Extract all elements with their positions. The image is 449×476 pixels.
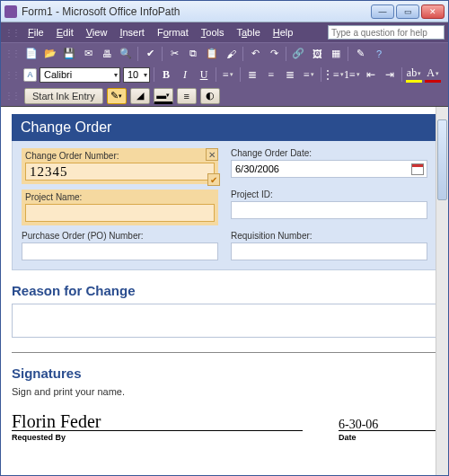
align-right-icon[interactable]: ≣ [282,66,298,83]
standard-toolbar: ⋮⋮ 📄 📂 💾 ✉ 🖶 🔍 ✔ ✂ ⧉ 📋 🖌 ↶ ↷ 🔗 🖼 ▦ ✎ ? [1,42,448,64]
calendar-icon[interactable] [411,163,424,175]
requested-by-label: Requested By [12,433,303,442]
outdent-button[interactable]: ⇤ [363,66,379,83]
menu-insert[interactable]: Insert [114,25,150,40]
grip-icon: ⋮⋮ [4,70,19,80]
grip-icon: ⋮⋮ [4,91,19,101]
bullets-button[interactable]: ⋮≡ [325,66,341,83]
menu-format[interactable]: Format [152,25,194,40]
app-window: Form1 - Microsoft Office InfoPath — ▭ ✕ … [0,0,449,476]
style-icon[interactable]: A [23,68,37,82]
highlight-button[interactable]: ab [406,66,422,83]
document-area: Change Order ✕ Change Order Number: 1234… [1,107,448,475]
approved-by-signature[interactable] [12,462,303,475]
help-icon[interactable]: ? [371,46,387,62]
font-name-select[interactable]: Calibri [40,67,120,83]
menu-tools[interactable]: Tools [196,25,230,40]
ink-color-icon[interactable]: ▬▾ [154,88,173,104]
vertical-scrollbar[interactable] [436,107,448,475]
font-size-select[interactable]: 10 [123,67,150,83]
close-icon[interactable]: ✕ [206,148,218,161]
align-left-button[interactable]: ≡ [220,66,236,83]
ink-clear-icon[interactable]: ◐ [200,88,220,104]
numbering-button[interactable]: 1≡ [344,66,360,83]
menu-table[interactable]: Table [231,25,265,40]
bold-button[interactable]: B [158,66,174,83]
menu-bar: ⋮⋮ File Edit View Insert Format Tools Ta… [1,22,448,42]
order-num-label: Change Order Number: [25,151,215,161]
insert-picture-icon[interactable]: 🖼 [309,46,325,62]
paste-icon[interactable]: 📋 [204,46,220,62]
underline-button[interactable]: U [196,66,212,83]
date-input[interactable]: 6/30/2006 [231,160,427,178]
form-header-fields: ✕ Change Order Number: 12345 ✔ Change Or… [12,141,437,270]
divider [12,352,437,353]
order-num-input[interactable]: 12345 [25,163,215,181]
help-input[interactable] [328,25,445,40]
start-ink-button[interactable]: Start Ink Entry [24,88,103,104]
print-icon[interactable]: 🖶 [99,46,115,62]
align-center-icon[interactable]: ≡ [263,66,279,83]
save-icon[interactable]: 💾 [61,46,77,62]
menu-edit[interactable]: Edit [51,25,79,40]
menu-help[interactable]: Help [268,25,299,40]
line-spacing-button[interactable]: ≡ [301,66,317,83]
req-label: Requisition Number: [231,231,427,241]
po-number-field: Purchase Order (PO) Number: [22,231,218,260]
ink-width-icon[interactable]: ≡ [177,88,197,104]
ink-toolbar: ⋮⋮ Start Ink Entry ✎▾ ◢ ▬▾ ≡ ◐ [1,85,448,107]
pen-tool-icon[interactable]: ✎▾ [107,88,127,104]
open-icon[interactable]: 📂 [42,46,58,62]
req-input[interactable] [231,242,427,260]
project-name-field: Project Name: [22,190,218,225]
align-left-icon[interactable]: ≣ [244,66,260,83]
undo-icon[interactable]: ↶ [247,46,263,62]
signatures-title: Signatures [12,366,437,381]
title-bar: Form1 - Microsoft Office InfoPath — ▭ ✕ [1,1,448,22]
font-color-button[interactable]: A [425,66,441,83]
new-icon[interactable]: 📄 [23,46,40,62]
insert-table-icon[interactable]: ▦ [328,46,344,62]
window-title: Form1 - Microsoft Office InfoPath [22,5,371,18]
preview-icon[interactable]: 🔍 [118,46,134,62]
requested-date-signature[interactable]: 6-30-06 [339,410,437,431]
requested-date-label: Date [339,433,437,442]
menu-view[interactable]: View [81,25,113,40]
cut-icon[interactable]: ✂ [166,46,182,62]
help-search[interactable] [328,25,445,40]
po-input[interactable] [22,242,218,260]
project-name-input[interactable] [25,204,215,222]
project-id-label: Project ID: [231,190,427,199]
format-painter-icon[interactable]: 🖌 [223,46,239,62]
italic-button[interactable]: I [177,66,193,83]
reason-title: Reason for Change [12,283,437,298]
eraser-tool-icon[interactable]: ◢ [130,88,150,104]
design-icon[interactable]: ✎ [352,46,368,62]
insert-link-icon[interactable]: 🔗 [290,46,306,62]
redo-icon[interactable]: ↷ [266,46,282,62]
mail-icon[interactable]: ✉ [80,46,96,62]
spell-icon[interactable]: ✔ [142,46,158,62]
indent-button[interactable]: ⇥ [382,66,398,83]
maximize-button[interactable]: ▭ [396,4,419,19]
menu-file[interactable]: File [22,25,49,40]
approved-date-signature[interactable] [339,462,437,475]
minimize-button[interactable]: — [371,4,394,19]
project-name-label: Project Name: [25,192,215,202]
requested-by-signature[interactable]: Florin Feder [12,410,303,431]
change-order-number-field: ✕ Change Order Number: 12345 ✔ [22,148,218,184]
change-order-date-field: Change Order Date: 6/30/2006 [231,148,427,184]
format-toolbar: ⋮⋮ A Calibri 10 B I U ≡ ≣ ≡ ≣ ≡ ⋮≡ 1≡ ⇤ … [1,64,448,85]
copy-icon[interactable]: ⧉ [185,46,201,62]
reason-textarea[interactable] [12,304,437,338]
grip-icon: ⋮⋮ [4,28,19,38]
form-title: Change Order [12,114,437,141]
project-id-input[interactable] [231,201,427,219]
signature-row-approved: Approved By Date [12,462,437,475]
close-button[interactable]: ✕ [421,4,445,19]
signature-row-requested: Florin Feder Requested By 6-30-06 Date [12,410,437,442]
scroll-thumb[interactable] [437,119,447,200]
date-label: Change Order Date: [231,148,427,158]
requisition-field: Requisition Number: [231,231,427,260]
check-icon[interactable]: ✔ [207,173,220,186]
